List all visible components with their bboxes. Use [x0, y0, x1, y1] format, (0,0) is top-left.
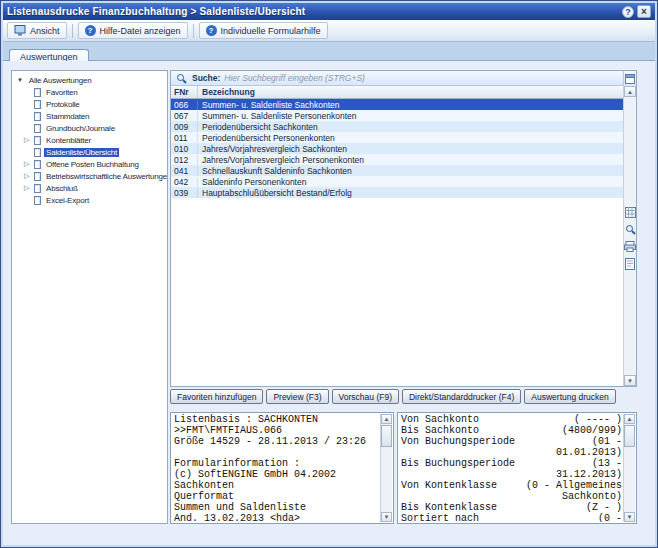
parameters-scrollbar[interactable]: ▲ ▼	[623, 414, 635, 522]
cell-fnr: 067	[171, 111, 198, 121]
cell-bezeichnung: Hauptabschlußübersicht Bestand/Erfolg	[198, 188, 623, 198]
info-line: Größe 14529 - 28.11.2013 / 23:26	[174, 436, 379, 447]
preview-f3-button[interactable]: Preview (F3)	[266, 389, 328, 404]
scroll-up-icon[interactable]: ▲	[624, 414, 635, 424]
close-button[interactable]: ×	[637, 5, 651, 18]
search-input[interactable]: Hier Suchbegriff eingeben (STRG+S)	[224, 73, 365, 83]
param-label: Bis Buchungsperiode	[401, 458, 524, 469]
document-icon	[34, 172, 41, 181]
column-header-bezeichnung[interactable]: Bezeichnung	[198, 86, 623, 98]
app-window: Listenausdrucke Finanzbuchhaltung > Sald…	[0, 0, 658, 548]
param-row: Von Sachkonto( ---- )	[401, 414, 622, 425]
scroll-thumb[interactable]	[381, 425, 392, 447]
table-row[interactable]: 066Summen- u. Saldenliste Sachkonten	[171, 99, 623, 110]
param-value: (Z - )	[524, 502, 622, 513]
table-row[interactable]: 039Hauptabschlußübersicht Bestand/Erfolg	[171, 187, 623, 198]
param-label: Sortiert nach	[401, 513, 524, 522]
cell-bezeichnung: Periodenübersicht Sachkonten	[198, 122, 623, 132]
tree-root-alle-auswertungen[interactable]: ▼Alle Auswertungen	[12, 74, 167, 86]
tree-item-protokolle[interactable]: Protokolle	[12, 98, 167, 110]
toolbar-button-label: Ansicht	[30, 26, 60, 36]
scroll-up-icon[interactable]: ▲	[624, 86, 636, 97]
grid-side-toolbar: ▲ ▼	[623, 86, 636, 386]
printer-icon[interactable]	[624, 240, 637, 253]
tree-item-kontenbl-tter[interactable]: ▷Kontenblätter	[12, 134, 167, 146]
cell-bezeichnung: Summen- u. Saldenliste Personenkonten	[198, 111, 623, 121]
scroll-down-icon[interactable]: ▼	[624, 512, 635, 522]
cell-bezeichnung: Schnellauskunft Saldeninfo Sachkonten	[198, 166, 623, 176]
tree-panel: ▼Alle AuswertungenFavoritenProtokolleSta…	[11, 70, 168, 524]
toolbar-separator	[72, 24, 73, 38]
info-line: Änd. 13.02.2013 <hda>	[174, 513, 379, 522]
cell-fnr: 009	[171, 122, 198, 132]
table-row[interactable]: 042Saldeninfo Personenkonten	[171, 176, 623, 187]
scroll-down-icon[interactable]: ▼	[381, 512, 392, 522]
tree-item-grundbuch-journale[interactable]: Grundbuch/Journale	[12, 122, 167, 134]
tree-item-offene-posten-buchhaltung[interactable]: ▷Offene Posten Buchhaltung	[12, 158, 167, 170]
document-icon	[34, 88, 41, 97]
table-row[interactable]: 011Periodenübersicht Personenkonten	[171, 132, 623, 143]
table-row[interactable]: 012Jahres/Vorjahresvergleich Personenkon…	[171, 154, 623, 165]
toolbar-button-individuelle-formularhilfe[interactable]: ?Individuelle Formularhilfe	[199, 22, 328, 39]
expand-arrow-icon: ▷	[24, 136, 34, 144]
document-icon[interactable]	[624, 257, 637, 270]
table-row[interactable]: 010Jahres/Vorjahresvergleich Sachkonten	[171, 143, 623, 154]
titlebar-help-button[interactable]: ?	[622, 6, 634, 18]
tree-item-label: Abschluß	[44, 184, 80, 193]
form-info-text: Listenbasis : SACHKONTEN>>FMT\FMTFIAUS.0…	[174, 414, 379, 522]
toolbar-button-label: Individuelle Formularhilfe	[221, 26, 321, 36]
param-value: (01 - 01.01.2013)	[524, 436, 622, 458]
table-row[interactable]: 067Summen- u. Saldenliste Personenkonten	[171, 110, 623, 121]
param-row: Von Buchungsperiode(01 - 01.01.2013)	[401, 436, 622, 458]
search-bar[interactable]: Suche: Hier Suchbegriff eingeben (STRG+S…	[171, 71, 623, 86]
magnifier-icon[interactable]	[624, 223, 637, 236]
param-value: (4800/999)	[524, 425, 622, 436]
favoriten-hinzufuegen-button[interactable]: Favoriten hinzufügen	[170, 389, 263, 404]
param-row: Bis Sachkonto(4800/999)	[401, 425, 622, 436]
tree-root-label: Alle Auswertungen	[27, 76, 94, 85]
cell-bezeichnung: Jahres/Vorjahresvergleich Personenkonten	[198, 155, 623, 165]
info-line: Summen und Saldenliste	[174, 502, 379, 513]
document-icon	[34, 184, 41, 193]
form-info-panel: Listenbasis : SACHKONTEN>>FMT\FMTFIAUS.0…	[170, 412, 394, 524]
tree-item-betriebswirtschaftliche-auswertungen[interactable]: ▷Betriebswirtschaftliche Auswertungen	[12, 170, 167, 182]
param-row: Bis Buchungsperiode(13 - 31.12.2013)	[401, 458, 622, 480]
tree-item-label: Protokolle	[44, 100, 82, 109]
info-line: >>FMT\FMTFIAUS.066	[174, 425, 379, 436]
toolbar-button-hilfe-datei-anzeigen[interactable]: ?Hilfe-Datei anzeigen	[78, 22, 188, 39]
column-header-fnr[interactable]: FNr	[171, 86, 198, 98]
cell-fnr: 066	[171, 100, 198, 110]
tree-item-abschlu[interactable]: ▷Abschluß	[12, 182, 167, 194]
collapse-arrow-icon: ▼	[17, 77, 23, 83]
scroll-up-icon[interactable]: ▲	[381, 414, 392, 424]
help-icon: ?	[85, 25, 96, 36]
param-value: ( ---- )	[524, 414, 622, 425]
table-row[interactable]: 009Periodenübersicht Sachkonten	[171, 121, 623, 132]
tree-item-label: Favoriten	[44, 88, 80, 97]
table-row[interactable]: 041Schnellauskunft Saldeninfo Sachkonten	[171, 165, 623, 176]
table-header: FNr Bezeichnung	[171, 86, 623, 99]
titlebar: Listenausdrucke Finanzbuchhaltung > Sald…	[3, 3, 655, 20]
info-line: Querformat	[174, 491, 379, 502]
scroll-down-icon[interactable]: ▼	[624, 375, 636, 386]
direkt-standarddrucker-f4-button[interactable]: Direkt/Standarddrucker (F4)	[402, 389, 521, 404]
parameters-panel: Von Sachkonto( ---- )Bis Sachkonto(4800/…	[397, 412, 637, 524]
auswertung-drucken-button[interactable]: Auswertung drucken	[524, 389, 616, 404]
cell-fnr: 012	[171, 155, 198, 165]
tree-item-favoriten[interactable]: Favoriten	[12, 86, 167, 98]
info-scrollbar[interactable]: ▲ ▼	[380, 414, 392, 522]
cell-fnr: 011	[171, 133, 198, 143]
toolbar-button-label: Hilfe-Datei anzeigen	[100, 26, 181, 36]
document-icon	[34, 160, 41, 169]
view-icon	[14, 25, 26, 36]
tree-item-stammdaten[interactable]: Stammdaten	[12, 110, 167, 122]
scroll-thumb[interactable]	[624, 425, 635, 447]
list-options-icon[interactable]	[623, 71, 636, 86]
vorschau-f9-button[interactable]: Vorschau (F9)	[332, 389, 399, 404]
toolbar-button-ansicht[interactable]: Ansicht	[7, 22, 67, 39]
expand-arrow-icon: ▷	[24, 160, 34, 168]
tree-item-saldenliste-bersicht[interactable]: Saldenliste/Übersicht	[12, 146, 167, 158]
tree-item-excel-export[interactable]: Excel-Export	[12, 194, 167, 206]
grid-icon[interactable]	[624, 206, 637, 219]
param-value: (0 - Allgemeines Sachkonto)	[524, 480, 622, 502]
